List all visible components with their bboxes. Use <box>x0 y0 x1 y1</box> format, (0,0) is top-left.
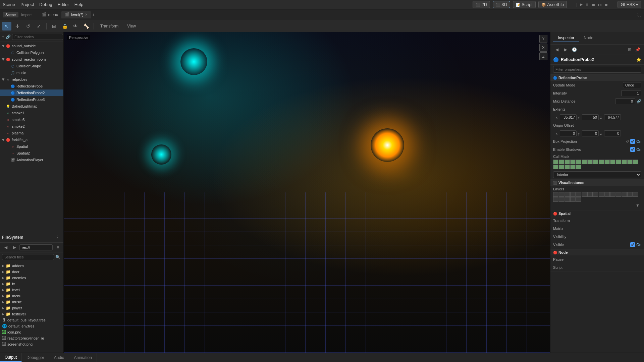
input-intensity[interactable] <box>621 90 641 96</box>
fs-item-fx[interactable]: ▶ 📁 fx <box>0 281 63 287</box>
layer-cell-19[interactable] <box>570 197 576 202</box>
tab-level[interactable]: 🎬 level(*) ✕ <box>61 11 91 18</box>
fs-item-level[interactable]: ▶ 📁 level <box>0 287 63 293</box>
anim-btn-smoke2[interactable]: 🎬 <box>51 124 56 129</box>
cull-cell-16[interactable] <box>553 165 558 169</box>
nav-x[interactable]: X <box>539 44 547 52</box>
tree-item-smoke1[interactable]: ○ smoke1 🎬 👁 <box>0 110 63 116</box>
cull-cell-2[interactable] <box>559 160 564 164</box>
link-node-btn[interactable]: 🔗 <box>6 33 11 41</box>
insp-forward-btn[interactable]: ▶ <box>562 46 569 53</box>
vis-btn-rp2[interactable]: 👁 <box>57 90 62 96</box>
input-max-distance[interactable] <box>615 98 635 104</box>
bottom-tab-debugger[interactable]: Debugger <box>22 353 49 362</box>
layer-cell-15[interactable] <box>633 192 638 197</box>
stop-button[interactable]: ⏹ <box>592 3 595 7</box>
cull-cell-6[interactable] <box>582 160 587 164</box>
cull-cell-15[interactable] <box>633 160 638 164</box>
cull-cell-4[interactable] <box>570 160 576 164</box>
pause-button[interactable]: ⏸ <box>585 3 589 7</box>
layer-cell-8[interactable] <box>593 192 598 197</box>
anim-btn-plasma[interactable]: 🎬 <box>51 130 56 136</box>
play-button[interactable]: ▶ <box>580 2 583 7</box>
fs-item-default-env[interactable]: 🌐 default_env.tres <box>0 323 63 329</box>
tree-item-rp3[interactable]: 🔵 ReflectionProbe3 👁 <box>0 96 63 103</box>
layers-grid[interactable] <box>553 192 641 202</box>
layer-cell-11[interactable] <box>610 192 615 197</box>
tab-inspector[interactable]: Inspector <box>553 34 579 42</box>
tab-scene[interactable]: Scene <box>3 12 18 17</box>
tree-item-smoke3[interactable]: ○ smoke3 🎬 👁 <box>0 116 63 123</box>
fs-item-reactor[interactable]: 🖼 reactorcorecylinder_re <box>0 335 63 341</box>
tree-item-collision-polygon[interactable]: ⬡ CollisionPolygon <box>0 49 63 56</box>
cull-cell-5[interactable] <box>576 160 581 164</box>
tree-item-baked[interactable]: 💡 BakedLightmap 👁 <box>0 103 63 110</box>
btn-3d[interactable]: ⬛ 3D <box>493 1 510 8</box>
cull-cell-14[interactable] <box>627 160 633 164</box>
fs-item-enemies[interactable]: ▶ 📁 enemies <box>0 275 63 281</box>
scale-tool[interactable]: ⤢ <box>34 22 44 31</box>
tree-item-sound-reactor[interactable]: ▶ 🔴 sound_reactor_room 👁 <box>0 56 63 63</box>
layer-cell-6[interactable] <box>582 192 587 197</box>
vis-btn-sound-outside[interactable]: 👁 <box>57 43 62 49</box>
layer-cell-2[interactable] <box>559 192 564 197</box>
fs-item-music[interactable]: ▶ 📁 music <box>0 299 63 305</box>
origin-x-input[interactable] <box>560 130 577 136</box>
fs-search-icon[interactable]: 🔍 <box>54 253 61 261</box>
cull-cell-1[interactable] <box>553 160 558 164</box>
dropdown-interior[interactable]: Interior <box>553 171 641 178</box>
menu-editor[interactable]: Editor <box>58 2 69 7</box>
step-button[interactable]: ⏭ <box>598 3 602 7</box>
layer-cell-1[interactable] <box>553 192 558 197</box>
fs-item-icon[interactable]: 🖼 icon.png <box>0 329 63 335</box>
layer-cell-17[interactable] <box>559 197 564 202</box>
insp-section-header-node[interactable]: 🔴 Node <box>550 249 644 255</box>
fs-item-testlevel[interactable]: ▶ 📁 testlevel <box>0 311 63 317</box>
checkbox-enable-shadows[interactable] <box>630 147 635 152</box>
nav-z[interactable]: Z <box>539 52 547 60</box>
viewport[interactable]: Perspective Y X Z <box>64 32 550 353</box>
anim-btn-smoke1[interactable]: 🎬 <box>51 110 56 116</box>
insp-fav-btn[interactable]: ⭐ <box>636 57 641 62</box>
checkbox-box-projection[interactable] <box>630 139 635 144</box>
bottom-tab-audio[interactable]: Audio <box>49 353 69 362</box>
vis-btn-smoke1[interactable]: 👁 <box>57 110 62 116</box>
insp-grid-btn[interactable]: ⊞ <box>626 46 633 53</box>
tree-item-rp1[interactable]: 🔵 ReflectionProbe 👁 <box>0 83 63 89</box>
layer-cell-14[interactable] <box>627 192 633 197</box>
view-btn[interactable]: View <box>123 22 140 30</box>
vis-btn-forklifts[interactable]: 👁 <box>57 137 62 142</box>
cull-cell-8[interactable] <box>593 160 598 164</box>
level-tab-close[interactable]: ✕ <box>85 13 88 16</box>
select-tool[interactable]: ↖ <box>2 22 11 31</box>
group-tool[interactable]: 👁 <box>71 22 80 31</box>
fs-item-menu[interactable]: ▶ 📁 menu <box>0 293 63 299</box>
vis-btn-plasma[interactable]: 👁 <box>57 130 62 136</box>
vis-btn-sp2[interactable]: 👁 <box>57 150 62 156</box>
btn-script[interactable]: 📝 Script <box>513 1 536 8</box>
layer-cell-13[interactable] <box>622 192 627 197</box>
layer-cell-12[interactable] <box>616 192 621 197</box>
extents-z-input[interactable] <box>604 114 621 120</box>
tree-item-collision-shape[interactable]: ⬡ CollisionShape 👁 <box>0 63 63 69</box>
checkbox-visible[interactable] <box>630 242 635 247</box>
bone-tool[interactable]: 🦴 <box>82 22 91 31</box>
menu-scene[interactable]: Scene <box>3 2 15 7</box>
record-button[interactable]: ⏺ <box>604 3 608 7</box>
tab-menu[interactable]: 🎬 menu <box>39 11 61 18</box>
btn-assetlib[interactable]: 📦 AssetLib <box>538 1 567 8</box>
anim-btn-smoke3[interactable]: 🎬 <box>51 117 56 122</box>
menu-help[interactable]: Help <box>74 2 84 7</box>
fs-list-view[interactable]: ≡ <box>54 244 61 251</box>
tree-item-smoke2[interactable]: ○ smoke2 🎬 👁 <box>0 123 63 130</box>
cull-cell-10[interactable] <box>604 160 610 164</box>
layer-cell-10[interactable] <box>604 192 610 197</box>
cull-mask-grid[interactable] <box>553 160 641 169</box>
vis-btn-rp3[interactable]: 👁 <box>57 97 62 102</box>
tree-item-rp2[interactable]: 🔵 ReflectionProbe2 👁 <box>0 89 63 96</box>
bottom-tab-output[interactable]: Output <box>0 353 22 362</box>
transform-btn[interactable]: Transform <box>97 22 122 30</box>
nav-top[interactable]: Y <box>539 35 547 43</box>
menu-debug[interactable]: Debug <box>39 2 52 7</box>
cull-cell-19[interactable] <box>570 165 576 169</box>
